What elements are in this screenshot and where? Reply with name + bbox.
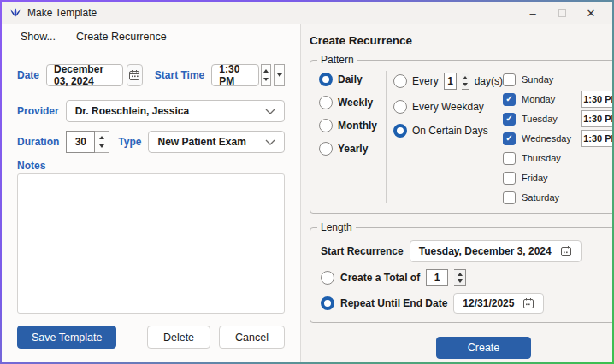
radio-icon[interactable]	[319, 96, 333, 109]
make-template-dialog: Make Template – ✕ Show... Create Recurre…	[2, 2, 612, 362]
date-label: Date	[17, 69, 39, 81]
app-window: Make Template – ✕ Show... Create Recurre…	[0, 0, 614, 364]
radio-icon[interactable]	[321, 296, 334, 310]
length-legend: Length	[317, 221, 356, 233]
checkbox[interactable]	[503, 93, 516, 106]
create-button-row: Create	[310, 337, 612, 359]
radio-on-certain-days[interactable]: On Certain Days	[393, 124, 503, 138]
radio-icon[interactable]	[319, 119, 333, 132]
start-recurrence-row: Start Recurrence Tuesday, December 3, 20…	[321, 240, 612, 262]
window-controls: – ✕	[518, 3, 605, 23]
start-recurrence-input[interactable]: Tuesday, December 3, 2024	[410, 240, 582, 262]
cancel-button[interactable]: Cancel	[219, 326, 285, 349]
spin-down-icon[interactable]	[99, 144, 104, 148]
total-row[interactable]: Create a Total of 1	[321, 269, 612, 286]
notes-label-row: Notes	[17, 160, 285, 172]
radio-monthly[interactable]: Monthly	[319, 119, 386, 132]
every-n-suffix: day(s)	[475, 75, 503, 87]
day-row-monday[interactable]: Monday 1:30 PM	[503, 91, 612, 108]
save-template-button[interactable]: Save Template	[17, 326, 116, 349]
total-label: Create a Total of	[340, 272, 420, 284]
day-label: Thursday	[522, 153, 575, 163]
close-button[interactable]: ✕	[576, 3, 605, 23]
radio-label: Monthly	[338, 120, 377, 132]
checkbox[interactable]	[503, 113, 516, 126]
calendar-icon	[522, 297, 534, 309]
day-row-saturday[interactable]: Saturday	[503, 189, 612, 206]
date-input[interactable]: December 03, 2024	[46, 64, 123, 86]
radio-weekly[interactable]: Weekly	[319, 96, 386, 109]
recurrence-panel: Create Recurrence ✕ Pattern Daily	[301, 24, 612, 362]
total-input[interactable]: 1	[426, 269, 448, 286]
notes-textarea[interactable]	[17, 173, 285, 314]
time-input[interactable]: 1:30 PM	[581, 91, 612, 108]
every-n-spinner[interactable]	[462, 73, 469, 90]
wednesday-time-control: 1:30 PM	[581, 130, 612, 147]
checkbox[interactable]	[503, 191, 516, 204]
checkbox[interactable]	[503, 152, 516, 165]
start-recurrence-value: Tuesday, December 3, 2024	[419, 245, 552, 257]
date-calendar-button[interactable]	[127, 64, 143, 86]
monday-time-control: 1:30 PM	[581, 91, 612, 108]
day-row-friday[interactable]: Friday	[503, 169, 612, 186]
frequency-column: Daily Weekly Monthly Yearly	[319, 71, 386, 206]
radio-icon[interactable]	[319, 73, 333, 86]
end-date-value: 12/31/2025	[463, 297, 514, 309]
start-time-input[interactable]: 1:30 PM	[211, 64, 258, 86]
title-bar: Make Template – ✕	[2, 2, 612, 24]
dialog-body: Show... Create Recurrence Date December …	[2, 24, 612, 362]
app-logo-icon	[9, 6, 22, 20]
radio-label: Every	[412, 75, 439, 87]
end-date-input[interactable]: 12/31/2025	[453, 293, 544, 314]
start-recurrence-label: Start Recurrence	[321, 245, 404, 257]
day-row-thursday[interactable]: Thursday	[503, 150, 612, 167]
delete-button[interactable]: Delete	[147, 326, 210, 349]
radio-icon[interactable]	[319, 142, 333, 156]
radio-icon[interactable]	[393, 124, 407, 138]
day-label: Friday	[522, 173, 575, 183]
create-button[interactable]: Create	[436, 337, 532, 359]
duration-spinner[interactable]	[95, 131, 109, 153]
end-date-row[interactable]: Repeat Until End Date 12/31/2025	[321, 293, 612, 314]
radio-daily[interactable]: Daily	[319, 73, 386, 86]
radio-label: Every Weekday	[412, 101, 484, 113]
radio-every-n-days[interactable]: Every 1 day(s)	[393, 73, 503, 90]
appointment-type-select[interactable]: New Patient Exam	[148, 131, 285, 153]
radio-yearly[interactable]: Yearly	[319, 142, 386, 156]
start-time-label: Start Time	[155, 69, 204, 81]
checkbox[interactable]	[503, 172, 516, 185]
every-n-input[interactable]: 1	[444, 73, 458, 90]
total-spinner[interactable]	[454, 269, 466, 286]
spin-up-icon[interactable]	[263, 69, 269, 73]
spin-down-icon[interactable]	[263, 78, 269, 81]
radio-icon[interactable]	[393, 100, 407, 114]
day-label: Tuesday	[522, 114, 575, 124]
radio-label: Weekly	[338, 97, 373, 109]
pattern-group: Pattern Daily Weekly Monthly	[310, 60, 612, 214]
column-divider	[386, 71, 387, 203]
day-row-sunday[interactable]: Sunday	[503, 71, 612, 88]
duration-input[interactable]: 30	[66, 131, 95, 153]
menu-item-create-recurrence[interactable]: Create Recurrence	[76, 31, 167, 43]
start-time-dropdown-button[interactable]	[274, 64, 285, 86]
spin-up-icon[interactable]	[99, 136, 104, 139]
day-label: Sunday	[522, 74, 575, 85]
day-row-wednesday[interactable]: Wednesday 1:30 PM	[503, 130, 612, 147]
provider-select[interactable]: Dr. Roeschlein, Jessica	[66, 100, 285, 122]
minimize-button[interactable]: –	[518, 3, 547, 23]
time-input[interactable]: 1:30 PM	[581, 110, 612, 127]
mode-column: Every 1 day(s) Every Weekday On Certain …	[393, 71, 503, 206]
appointment-type-value: New Patient Exam	[157, 136, 245, 148]
radio-icon[interactable]	[321, 271, 334, 285]
radio-icon[interactable]	[393, 74, 407, 88]
menu-item-show[interactable]: Show...	[21, 31, 56, 43]
checkbox[interactable]	[503, 132, 516, 145]
checkbox[interactable]	[503, 73, 516, 86]
start-time-spinner[interactable]	[261, 64, 272, 86]
menu-bar: Show... Create Recurrence	[2, 24, 300, 50]
provider-value: Dr. Roeschlein, Jessica	[75, 105, 189, 117]
radio-every-weekday[interactable]: Every Weekday	[393, 100, 503, 114]
pattern-legend: Pattern	[317, 54, 357, 66]
time-input[interactable]: 1:30 PM	[581, 130, 612, 147]
day-row-tuesday[interactable]: Tuesday 1:30 PM	[503, 110, 612, 127]
